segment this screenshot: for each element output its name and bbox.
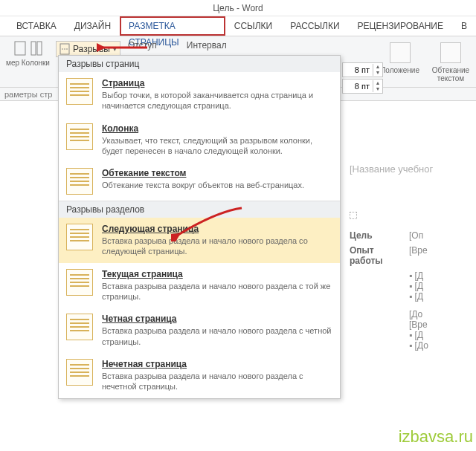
- break-text-wrap-item[interactable]: Обтекание текстом Обтекание текста вокру…: [59, 162, 340, 201]
- doc-bullet: ▪ [Д: [409, 330, 476, 340]
- tab-view-partial[interactable]: В: [452, 16, 476, 36]
- doc-line: [До: [409, 309, 476, 319]
- break-continuous-desc: Вставка разрыва раздела и начало нового …: [102, 281, 332, 302]
- watermark: izbavsa.ru: [399, 427, 473, 447]
- break-even-page-icon: [66, 314, 93, 340]
- wrap-label: Обтекание текстом: [430, 66, 472, 82]
- size-label: мер: [6, 59, 19, 67]
- svg-rect-1: [31, 42, 36, 55]
- interval-label: Интервал: [187, 40, 227, 51]
- size-icon[interactable]: [14, 41, 26, 56]
- doc-goal-key: Цель: [350, 230, 394, 241]
- tab-mailings[interactable]: РАССЫЛКИ: [281, 16, 348, 36]
- page-breaks-header: Разрывы страниц: [59, 56, 340, 72]
- tab-page-layout[interactable]: РАЗМЕТКА СТРАНИЦЫ: [120, 16, 225, 36]
- break-column-icon: [66, 123, 93, 150]
- position-icon: [390, 42, 411, 63]
- break-continuous-item[interactable]: Текущая страница Вставка разрыва раздела…: [59, 263, 340, 308]
- title-bar: Цель - Word: [0, 0, 476, 16]
- section-breaks-header: Разрывы разделов: [59, 201, 340, 218]
- break-page-item[interactable]: Страница Выбор точки, в которой заканчив…: [59, 72, 340, 117]
- chevron-down-icon: ▾: [113, 45, 117, 53]
- tab-insert[interactable]: ВСТАВКА: [7, 16, 65, 36]
- spin-up-icon[interactable]: ▲: [373, 64, 382, 70]
- break-odd-page-desc: Вставка разрыва раздела и начало нового …: [102, 371, 332, 392]
- section-marker-icon: [350, 212, 357, 219]
- page-setup-group: мер Колонки: [0, 38, 56, 87]
- spacing-after-spinner[interactable]: ▲▼: [342, 79, 383, 94]
- break-even-page-desc: Вставка разрыва раздела и начало нового …: [102, 325, 332, 347]
- doc-heading: [Название учебног: [350, 163, 476, 175]
- spacing-before-spinner[interactable]: ▲▼: [342, 62, 383, 77]
- break-wrap-desc: Обтекание текста вокруг объектов на веб-…: [102, 180, 304, 190]
- break-even-page-item[interactable]: Четная страница Вставка разрыва раздела …: [59, 308, 340, 353]
- break-next-page-icon: [66, 224, 93, 250]
- tab-design[interactable]: ДИЗАЙН: [65, 16, 120, 36]
- svg-rect-2: [37, 42, 42, 55]
- doc-bullet: ▪ [До: [409, 340, 476, 351]
- document-preview: [Название учебног Цель[Оп Опыт работы[Вр…: [350, 163, 476, 351]
- columns-icon[interactable]: [30, 41, 42, 56]
- break-wrap-icon: [66, 168, 93, 195]
- break-next-page-desc: Вставка разрыва раздела и начало нового …: [102, 236, 332, 257]
- position-button[interactable]: Положение: [380, 42, 419, 74]
- spin-down-icon[interactable]: ▼: [373, 70, 382, 76]
- break-next-page-item[interactable]: Следующая страница Вставка разрыва разде…: [59, 218, 340, 263]
- break-page-title: Страница: [102, 78, 332, 88]
- break-even-page-title: Четная страница: [102, 314, 332, 324]
- doc-bullet: ▪ [Д: [409, 281, 476, 291]
- doc-exp-val: [Вре: [409, 245, 428, 266]
- break-page-icon: [66, 78, 93, 105]
- break-column-title: Колонка: [102, 123, 332, 134]
- breaks-label: Разрывы: [73, 44, 110, 54]
- doc-bullet: ▪ [Д: [409, 270, 476, 281]
- wrap-text-button[interactable]: Обтекание текстом: [430, 42, 472, 82]
- doc-exp-key: Опыт работы: [350, 245, 394, 266]
- breaks-dropdown: Разрывы страниц Страница Выбор точки, в …: [58, 55, 341, 399]
- tab-review[interactable]: РЕЦЕНЗИРОВАНИЕ: [349, 16, 452, 36]
- indent-label: Отступ: [128, 40, 157, 51]
- doc-goal-val: [Оп: [409, 230, 423, 241]
- break-wrap-title: Обтекание текстом: [102, 168, 304, 178]
- ribbon-tabs: ВСТАВКА ДИЗАЙН РАЗМЕТКА СТРАНИЦЫ ССЫЛКИ …: [0, 16, 476, 36]
- spacing-after-input[interactable]: [343, 82, 373, 91]
- break-column-item[interactable]: Колонка Указывает, что текст, следующий …: [59, 117, 340, 163]
- wrap-text-icon: [440, 42, 461, 63]
- break-page-desc: Выбор точки, в которой заканчивается одн…: [102, 90, 332, 111]
- svg-rect-0: [15, 42, 25, 55]
- spin-down-icon[interactable]: ▼: [373, 86, 382, 92]
- doc-line: [Вре: [409, 319, 476, 330]
- tab-references[interactable]: ССЫЛКИ: [225, 16, 281, 36]
- columns-label: Колонки: [22, 59, 50, 67]
- break-continuous-icon: [66, 269, 93, 296]
- spin-up-icon[interactable]: ▲: [373, 80, 382, 86]
- spacing-before-input[interactable]: [343, 65, 373, 74]
- position-label: Положение: [380, 66, 419, 74]
- break-column-desc: Указывает, что текст, следующий за разры…: [102, 135, 332, 157]
- break-odd-page-title: Нечетная страница: [102, 359, 332, 369]
- breaks-icon: [60, 43, 70, 55]
- break-continuous-title: Текущая страница: [102, 269, 332, 279]
- break-odd-page-item[interactable]: Нечетная страница Вставка разрыва раздел…: [59, 353, 340, 398]
- break-odd-page-icon: [66, 359, 93, 386]
- break-next-page-title: Следующая страница: [102, 224, 332, 234]
- doc-bullet: ▪ [Д: [409, 291, 476, 302]
